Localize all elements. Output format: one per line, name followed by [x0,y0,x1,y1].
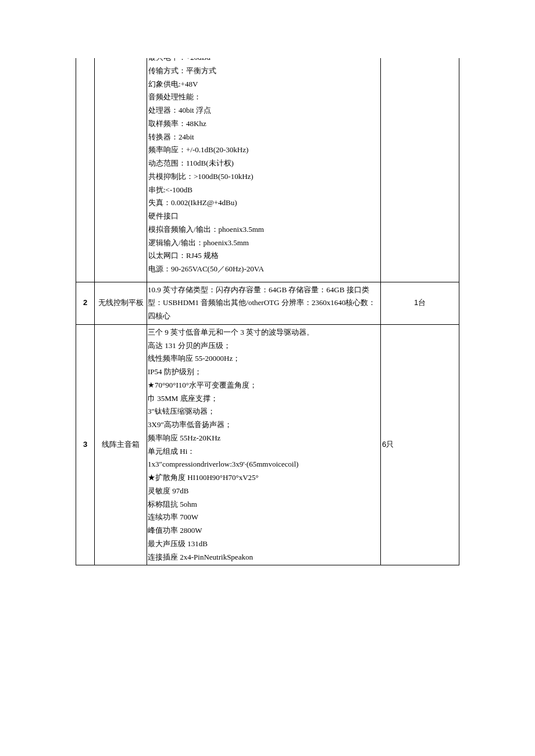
row-number: 2 [76,282,95,324]
spec-line: 逻辑输入/输出：phoenix3.5mm [148,237,379,250]
spec-line: IP54 防护级别； [148,366,380,379]
row-spec: 10.9 英寸存储类型：闪存内存容量：64GB 存储容量：64GB 接口类型：U… [147,282,381,324]
spec-line: 取样频率：48Khz [148,117,379,131]
spec-table: 最大电平：+20dBu传输方式：平衡方式幻象供电:+48V音频处理性能：处理器：… [76,58,459,565]
spec-line: 单元组成 Hi： [148,445,380,458]
row-spec: 三个 9 英寸低音单元和一个 3 英寸的波导驱动器。高达 131 分贝的声压级；… [147,324,381,565]
spec-line: 传输方式：平衡方式 [148,65,379,78]
row-name [95,58,147,282]
spec-line: 以太网口：RJ45 规格 [148,249,379,263]
row-qty: 1台 [381,282,459,324]
table-row: 2 无线控制平板 10.9 英寸存储类型：闪存内存容量：64GB 存储容量：64… [76,282,459,324]
spec-line: 处理器：40bit 浮点 [148,104,379,117]
spec-line: 最大电平：+20dBu [148,58,379,65]
spec-line: 线性频率响应 55-20000Hz； [148,352,380,366]
spec-line: 电源：90-265VAC(50／60Hz)-20VA [148,263,379,276]
row-number [76,58,95,282]
table-row: 3 线阵主音箱 三个 9 英寸低音单元和一个 3 英寸的波导驱动器。高达 131… [76,324,459,565]
spec-line: 峰值功率 2800W [148,524,380,538]
spec-line: 10.9 英寸存储类型：闪存内存容量：64GB 存储容量：64GB 接口类型：U… [148,284,380,323]
spec-line: 3″钛铉压缩驱动器； [148,405,380,418]
spec-line: 1x3″compressiondriverlow:3x9'·(65mmvoice… [148,458,380,471]
spec-line: 频率响应 55Hz-20KHz [148,432,380,445]
spec-line: 连续功率 700W [148,511,380,524]
spec-line: 动态范围：110dB(未计权) [148,157,379,170]
spec-line: ★扩散角度 HI100H90°H70°xV25° [148,471,380,485]
row-number: 3 [76,324,95,565]
spec-line: 灵敏度 97dB [148,485,380,498]
spec-line: 串扰:<-100dB [148,184,379,197]
spec-line: 三个 9 英寸低音单元和一个 3 英寸的波导驱动器。 [148,326,380,339]
spec-line: 硬件接口 [148,210,379,223]
spec-line: 高达 131 分贝的声压级； [148,339,380,353]
spec-line: 模拟音频输入/输出：phoenix3.5mm [148,223,379,237]
spec-line: ★70°90°I10°水平可变覆盖角度； [148,379,380,392]
table-row: 最大电平：+20dBu传输方式：平衡方式幻象供电:+48V音频处理性能：处理器：… [76,58,459,282]
spec-line: 转换器：24bit [148,131,379,144]
row-name: 线阵主音箱 [95,324,147,565]
spec-line: 失真：0.002(IkHZ@+4dBu) [148,196,379,210]
spec-line: 幻象供电:+48V [148,78,379,91]
spec-line: 连接插座 2x4-PinNeutrikSpeakon [148,551,380,564]
row-qty: 6只 [381,324,459,565]
row-name: 无线控制平板 [95,282,147,324]
spec-line: 共模抑制比：>100dB(50-10kHz) [148,170,379,184]
row-spec: 最大电平：+20dBu传输方式：平衡方式幻象供电:+48V音频处理性能：处理器：… [147,58,381,282]
spec-line: 音频处理性能： [148,91,379,104]
spec-line: 标称阻抗 5ohm [148,498,380,511]
spec-line: 巾 35MM 底座支撑； [148,392,380,406]
spec-line: 最大声压级 131dB [148,538,380,551]
row-qty [381,58,459,282]
spec-line: 频率响应：+/-0.1dB(20-30kHz) [148,144,379,157]
spec-line: 3X9″高功率低音扬声器； [148,418,380,432]
